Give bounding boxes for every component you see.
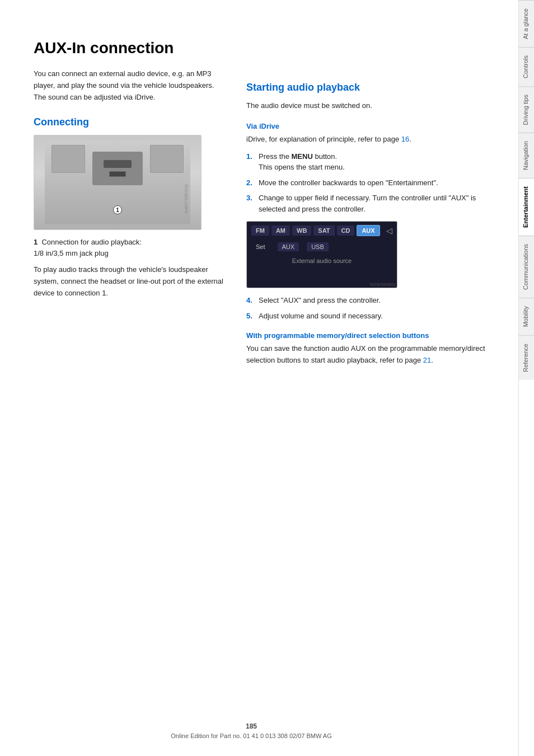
page-title: AUX-In connection: [34, 39, 496, 57]
caption-extra: To play audio tracks through the vehicle…: [34, 264, 224, 299]
photo-watermark: RVC0AS-L03PH: [184, 185, 188, 214]
screen-mid-usb: USB: [307, 242, 329, 251]
step-2-num: 2.: [246, 177, 254, 189]
tab-sat: SAT: [313, 226, 334, 236]
step-5-num: 5.: [246, 311, 254, 322]
tab-cd: CD: [337, 226, 355, 236]
connecting-image: 1 RVC0AS-L03PH: [34, 135, 202, 230]
step-4-num: 4.: [246, 295, 254, 306]
step-3-text: Change to upper field if necessary. Turn…: [259, 192, 496, 214]
page-number: 185: [0, 722, 503, 730]
sidebar-tab-driving-tips[interactable]: Driving tips: [519, 86, 534, 133]
intro-text: You can connect an external audio device…: [34, 68, 224, 103]
step-5: 5. Adjust volume and sound if necessary.: [246, 311, 496, 322]
step-1-subtext: This opens the start menu.: [259, 163, 345, 171]
programmable-heading: With programmable memory/direct selectio…: [246, 331, 496, 340]
sidebar-tab-communications[interactable]: Communications: [519, 236, 534, 298]
connecting-heading: Connecting: [34, 116, 224, 128]
step-2-text: Move the controller backwards to open "E…: [259, 177, 496, 189]
step-3: 3. Change to upper field if necessary. T…: [246, 192, 496, 214]
caption-label: Connection for audio playback:1/8 in/3,5…: [34, 238, 142, 257]
screen-top-bar: FM AM WB SAT CD AUX ◁: [247, 222, 397, 240]
screen-mid-aux: AUX: [278, 242, 299, 251]
page-16-link[interactable]: 16: [401, 135, 409, 143]
sidebar-tab-entertainment[interactable]: Entertainment: [519, 178, 534, 236]
left-column: You can connect an external audio device…: [34, 68, 224, 372]
audio-intro: The audio device must be switched on.: [246, 100, 496, 112]
screen-right-icon: ◁: [386, 226, 392, 235]
step-4-text: Select "AUX" and press the controller.: [259, 295, 496, 306]
page-footer: 185 Online Edition for Part no. 01 41 0 …: [0, 722, 503, 739]
page-wrapper: AUX-In connection You can connect an ext…: [0, 0, 534, 756]
sidebar-tab-navigation[interactable]: Navigation: [519, 133, 534, 178]
screen-main-label: External audio source: [247, 254, 397, 267]
via-idrive-heading: Via iDrive: [246, 122, 496, 130]
programmable-text: You can save the function audio AUX on t…: [246, 343, 496, 367]
step-5-text: Adjust volume and sound if necessary.: [259, 311, 496, 322]
car-interior-graphic: 1 RVC0AS-L03PH: [34, 135, 201, 229]
step-1: 1. Press the MENU button. This opens the…: [246, 151, 496, 173]
step-3-num: 3.: [246, 192, 254, 214]
sidebar-tab-mobility[interactable]: Mobility: [519, 298, 534, 335]
main-content: AUX-In connection You can connect an ext…: [0, 0, 518, 756]
idrive-intro: iDrive, for explanation of principle, re…: [246, 134, 496, 145]
step-1-text: Press the MENU button. This opens the st…: [259, 151, 496, 173]
tab-fm: FM: [251, 226, 269, 236]
two-col-layout: You can connect an external audio device…: [34, 68, 496, 372]
tab-aux-selected: AUX: [357, 225, 380, 236]
screen-middle: Set AUX USB: [247, 240, 397, 254]
tab-wb: WB: [292, 226, 311, 236]
right-column: Starting audio playback The audio device…: [246, 68, 496, 372]
menu-bold: MENU: [292, 152, 313, 161]
steps-list: 1. Press the MENU button. This opens the…: [246, 151, 496, 215]
step-2: 2. Move the controller backwards to open…: [246, 177, 496, 189]
callout-1: 1: [116, 207, 119, 213]
step-1-num: 1.: [246, 151, 254, 173]
sidebar-tabs: At a glance Controls Driving tips Naviga…: [518, 0, 534, 756]
footer-text: Online Edition for Part no. 01 41 0 013 …: [0, 732, 503, 739]
page-21-link[interactable]: 21: [423, 356, 431, 364]
screen-set-label: Set: [251, 242, 270, 251]
screen-simulation: FM AM WB SAT CD AUX ◁ Set AUX USB: [246, 221, 397, 288]
sidebar-tab-reference[interactable]: Reference: [519, 335, 534, 380]
step-4: 4. Select "AUX" and press the controller…: [246, 295, 496, 306]
caption-number: 1: [34, 238, 41, 246]
caption: 1 Connection for audio playback:1/8 in/3…: [34, 237, 224, 259]
steps-list-2: 4. Select "AUX" and press the controller…: [246, 295, 496, 321]
screen-watermark: 5379C61N5S1: [370, 283, 396, 287]
tab-am: AM: [271, 226, 290, 236]
starting-audio-heading: Starting audio playback: [246, 82, 496, 93]
sidebar-tab-at-a-glance[interactable]: At a glance: [519, 0, 534, 47]
sidebar-tab-controls[interactable]: Controls: [519, 47, 534, 86]
